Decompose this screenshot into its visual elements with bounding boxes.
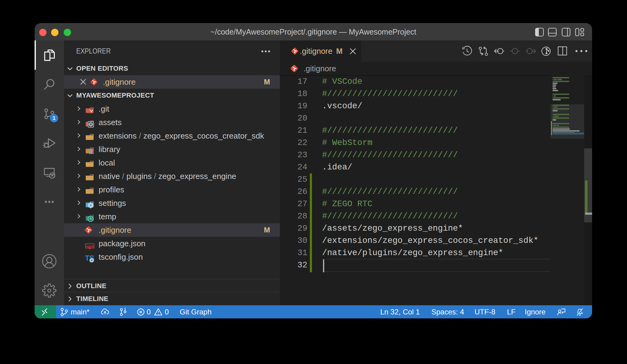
svg-text:npm: npm: [86, 244, 93, 248]
